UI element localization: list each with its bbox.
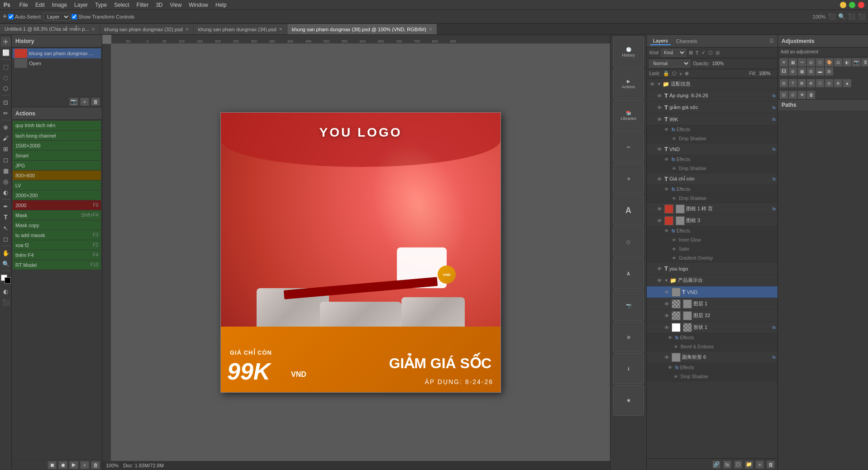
layers-tab[interactable]: Layers xyxy=(650,37,671,45)
blur-tool[interactable]: ◎ xyxy=(1,176,11,186)
clone-tool[interactable]: ⊞ xyxy=(1,144,11,154)
pen-tool[interactable]: ✒ xyxy=(1,201,11,211)
action-8[interactable]: 2000 F9 xyxy=(13,200,101,210)
move-tool[interactable]: ✛ xyxy=(1,37,11,47)
layers-list[interactable]: 👁 ▼ 📁 适配信息 👁 T Áp dụng: 8-24-26 fx 👁 T g… xyxy=(647,78,777,458)
eyedropper-tool[interactable]: ✏ xyxy=(1,108,11,118)
action-new[interactable]: + xyxy=(80,461,89,469)
layer-eye-gcl[interactable]: 👁 xyxy=(656,176,663,183)
history-delete[interactable]: 🗑 xyxy=(91,98,100,106)
layer-eye-img1[interactable]: 👁 xyxy=(663,300,670,308)
adj-posterize[interactable]: ▩ xyxy=(798,67,806,76)
layer-eye-apply[interactable]: 👁 xyxy=(656,92,663,100)
layer-eye-youlogo[interactable]: 👁 xyxy=(656,265,663,272)
menu-help[interactable]: Help xyxy=(215,2,227,8)
layer-text-apply[interactable]: 👁 T Áp dụng: 8-24-26 fx xyxy=(647,90,777,102)
adj-bw[interactable]: ◐ xyxy=(843,58,851,66)
layer-text-vnd-selected[interactable]: 👁 T VND xyxy=(647,286,777,298)
adj-vibrance[interactable]: ⬡ xyxy=(816,58,824,66)
layer-shape-1[interactable]: 👁 形状 1 fx xyxy=(647,322,777,333)
action-3[interactable]: Smart xyxy=(13,151,101,161)
starred-side-btn[interactable]: ✱ xyxy=(613,385,644,416)
layer-new-group-btn[interactable]: 📁 xyxy=(745,461,753,469)
layer-text-giachilaon[interactable]: 👁 T Giá chỉ còn fx xyxy=(647,173,777,185)
options-extra2[interactable]: ⬛ xyxy=(858,13,865,20)
menu-view[interactable]: View xyxy=(170,2,182,8)
crop-tool[interactable]: ⊡ xyxy=(1,97,11,107)
close-button[interactable] xyxy=(858,2,864,8)
sub-eye-ig[interactable]: 👁 xyxy=(670,237,677,244)
history-side-btn[interactable]: 🕐 History xyxy=(613,37,644,67)
menu-window[interactable]: Window xyxy=(189,2,208,8)
layer-img-3[interactable]: 👁 图框 3 xyxy=(647,215,777,227)
menu-type[interactable]: Type xyxy=(95,2,107,8)
actions-side-btn[interactable]: ▶ Actions xyxy=(613,68,644,99)
history-create-new[interactable]: + xyxy=(80,98,89,106)
color-boxes[interactable] xyxy=(1,275,11,284)
adj-icon-6[interactable]: ◎ xyxy=(825,79,833,87)
layer-rounded-rect-6[interactable]: 👁 圆角矩形 6 fx xyxy=(647,351,777,363)
lasso-tool[interactable]: ◌ xyxy=(1,72,11,82)
quick-select-tool[interactable]: ⬡ xyxy=(1,83,11,93)
adj-threshold[interactable]: ⊟ xyxy=(807,67,815,76)
maximize-button[interactable] xyxy=(849,2,855,8)
adj-clip-2[interactable]: ⊙ xyxy=(789,91,797,99)
layer-eye-rr6[interactable]: 👁 xyxy=(663,354,670,361)
sub-eye-vnd1[interactable]: 👁 xyxy=(663,156,670,163)
layer-eye-folder-top[interactable]: 👁 xyxy=(649,81,656,88)
layer-eye-product[interactable]: 👁 xyxy=(656,277,663,284)
sub-eye-satin[interactable]: 👁 xyxy=(670,246,677,253)
action-play[interactable]: ▶ xyxy=(69,461,78,469)
menu-layer[interactable]: Layer xyxy=(74,2,88,8)
layer-folder-top[interactable]: 👁 ▼ 📁 适配信息 xyxy=(647,78,777,90)
shape-side-btn[interactable]: ⬡ xyxy=(613,227,644,257)
layer-eye-giam[interactable]: 👁 xyxy=(656,104,663,111)
menu-select[interactable]: Select xyxy=(114,2,129,8)
char-side-btn[interactable]: A xyxy=(613,195,644,226)
layer-text-vnd1[interactable]: 👁 T VND fx xyxy=(647,143,777,155)
blend-mode-select[interactable]: Kind xyxy=(661,49,686,57)
layer-eye-img32[interactable]: 👁 xyxy=(663,312,670,319)
add-side-btn[interactable]: ⊕ xyxy=(613,322,644,352)
layer-eye-img3[interactable]: 👁 xyxy=(656,217,663,224)
lock-all[interactable]: ⊕ xyxy=(685,71,689,76)
menu-3d[interactable]: 3D xyxy=(156,2,162,8)
action-12[interactable]: xoa f2 F2 xyxy=(13,240,101,250)
sub-eye-ds-vnd1[interactable]: 👁 xyxy=(670,165,677,172)
sub-eye-ds-rr6[interactable]: 👁 xyxy=(672,373,679,380)
action-delete[interactable]: 🗑 xyxy=(91,461,100,469)
history-list[interactable]: khung san pham dungmax ... Open xyxy=(12,47,102,96)
adj-invert[interactable]: ⊘ xyxy=(789,67,797,76)
quick-mask-tool[interactable]: ◐ xyxy=(1,286,11,296)
action-6[interactable]: LV xyxy=(13,180,101,190)
action-14[interactable]: RT Model F10 xyxy=(13,260,101,270)
auto-select-select[interactable]: Layer Group xyxy=(43,13,70,21)
sub-eye-ds-99k[interactable]: 👁 xyxy=(670,135,677,142)
tab-1[interactable]: khung san pham dungmax (32).psd ✕ xyxy=(100,24,194,34)
adj-icon-3[interactable]: ⊠ xyxy=(798,79,806,87)
camera-side-btn[interactable]: 📷 xyxy=(613,290,644,321)
adj-colorlookup[interactable]: 🎞 xyxy=(780,67,788,76)
tab-2[interactable]: khung san pham dungmax (34).psd ✕ xyxy=(194,24,287,34)
shape-tool[interactable]: ◻ xyxy=(1,234,11,244)
adj-photo-filter[interactable]: 📷 xyxy=(852,58,860,66)
action-1[interactable]: tach bong channel xyxy=(13,131,101,141)
options-extra1[interactable]: ⬛ xyxy=(848,13,855,20)
layer-eye-vnd1[interactable]: 👁 xyxy=(656,146,663,153)
action-13[interactable]: thêm F4 F4 xyxy=(13,250,101,260)
layer-text-giam[interactable]: 👁 T giảm giá sốc fx xyxy=(647,102,777,114)
show-transform-checkbox[interactable] xyxy=(72,14,77,19)
adj-icon-1[interactable]: ⊟ xyxy=(780,79,788,87)
sub-eye-ds-gcl[interactable]: 👁 xyxy=(670,195,677,202)
layer-text-youlogo[interactable]: 👁 T you logo xyxy=(647,263,777,275)
adj-brightness[interactable]: ☀ xyxy=(780,58,788,66)
layer-text-99k[interactable]: 👁 T 99K fx xyxy=(647,114,777,125)
sub-eye-gcl[interactable]: 👁 xyxy=(663,186,670,193)
menu-edit[interactable]: Edit xyxy=(35,2,45,8)
sub-eye-be[interactable]: 👁 xyxy=(672,343,679,351)
cut-side-btn[interactable]: ✂ xyxy=(613,132,644,162)
layer-mask-btn[interactable]: ⬡ xyxy=(734,461,742,469)
eraser-tool[interactable]: ◻ xyxy=(1,155,11,165)
tab-1-close[interactable]: ✕ xyxy=(185,27,189,32)
adj-icon-2[interactable]: T xyxy=(789,79,797,87)
